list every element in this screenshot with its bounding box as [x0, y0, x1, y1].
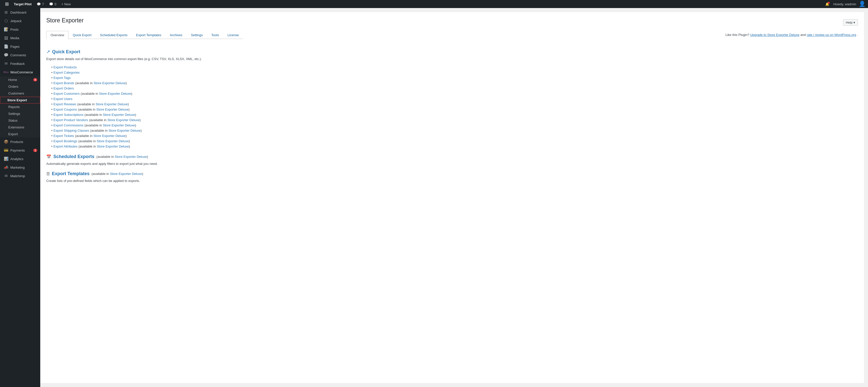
new-content-button[interactable]: + New [59, 0, 73, 8]
sidebar-item-jetpack[interactable]: ⬡ Jetpack [0, 16, 40, 25]
notification-bell[interactable]: 🔔 [825, 2, 829, 6]
sidebar-item-media[interactable]: 🖼 Media [0, 34, 40, 42]
export-commissions-link[interactable]: Export Commissions [54, 124, 84, 127]
sidebar-label-mailchimp: Mailchimp [10, 174, 25, 178]
templates-deluxe-link[interactable]: Store Exporter Deluxe [110, 172, 142, 176]
vendors-available-in: (available in Store Exporter Deluxe) [89, 118, 141, 122]
export-product-vendors-link[interactable]: Export Product Vendors [54, 118, 88, 122]
list-item: Export Reviews (available in Store Expor… [51, 102, 858, 107]
list-item: Export Products [51, 65, 858, 70]
site-name[interactable]: Target Pilot [11, 0, 34, 8]
export-templates-title[interactable]: Export Templates [52, 171, 90, 176]
commissions-available-in: (available in Store Exporter Deluxe) [85, 124, 136, 127]
list-item: Export Customers (available in Store Exp… [51, 91, 858, 96]
comments-count[interactable]: 💬 7 [34, 0, 46, 8]
export-brands-link[interactable]: Export Brands [54, 81, 74, 85]
export-categories-link[interactable]: Export Categories [54, 71, 80, 74]
tab-settings[interactable]: Settings [187, 31, 207, 39]
tab-scheduled-exports[interactable]: Scheduled Exports [96, 31, 132, 39]
admin-menu: ⊞ Dashboard ⬡ Jetpack 📝 Posts 🖼 Media 📄 … [0, 8, 40, 387]
export-subscriptions-link[interactable]: Export Subscriptions [54, 113, 84, 116]
export-coupons-link[interactable]: Export Coupons [54, 108, 77, 111]
sidebar-item-posts[interactable]: 📝 Posts [0, 25, 40, 34]
quick-export-title[interactable]: Quick Export [52, 49, 80, 55]
messages-count[interactable]: 💭 0 [46, 0, 59, 8]
list-item: Export Tickets (available in Store Expor… [51, 133, 858, 138]
sidebar-item-payments[interactable]: 💳 Payments 1 [0, 146, 40, 154]
analytics-icon: 📊 [4, 156, 8, 161]
templates-available-in: (available in Store Exporter Deluxe) [92, 172, 143, 176]
submenu-item-export[interactable]: Export [0, 131, 40, 137]
export-reviews-link[interactable]: Export Reviews [54, 102, 76, 106]
scheduled-deluxe-link[interactable]: Store Exporter Deluxe [115, 155, 147, 159]
submenu-item-store-export[interactable]: Store Export [0, 97, 40, 104]
submenu-label-extensions: Extensions [8, 126, 24, 129]
tab-tools[interactable]: Tools [207, 31, 223, 39]
submenu-item-home[interactable]: Home 6 [0, 76, 40, 83]
export-products-link[interactable]: Export Products [54, 65, 77, 69]
scheduled-exports-title[interactable]: Scheduled Exports [53, 154, 94, 159]
shipping-deluxe-link[interactable]: Store Exporter Deluxe [108, 129, 141, 133]
help-button[interactable]: Help ▾ [843, 20, 858, 26]
upgrade-link[interactable]: Upgrade to Store Exporter Deluxe [750, 33, 800, 37]
customers-deluxe-link[interactable]: Store Exporter Deluxe [99, 92, 131, 96]
sidebar-item-feedback[interactable]: ✉ Feedback [0, 59, 40, 68]
sidebar-item-analytics[interactable]: 📊 Analytics [0, 154, 40, 163]
attributes-deluxe-link[interactable]: Store Exporter Deluxe [97, 144, 129, 148]
sidebar-label-posts: Posts [10, 28, 19, 31]
notification-dot [828, 2, 830, 4]
export-users-link[interactable]: Export Users [54, 97, 72, 101]
list-item: Export Categories [51, 70, 858, 75]
submenu-item-reports[interactable]: Reports [0, 104, 40, 110]
submenu-item-settings[interactable]: Settings [0, 110, 40, 117]
tickets-available-in: (available in Store Exporter Deluxe) [75, 134, 127, 138]
export-tags-link[interactable]: Export Tags [54, 76, 71, 80]
attributes-available-in: (available in Store Exporter Deluxe) [79, 144, 130, 148]
submenu-item-status[interactable]: Status [0, 117, 40, 124]
export-bookings-link[interactable]: Export Bookings [54, 139, 78, 143]
page-header: Store Exporter Help ▾ [46, 17, 858, 28]
sidebar-item-comments[interactable]: 💬 Comments [0, 51, 40, 59]
commissions-deluxe-link[interactable]: Store Exporter Deluxe [103, 124, 135, 127]
customers-available-in: (available in Store Exporter Deluxe) [81, 92, 132, 96]
coupons-deluxe-link[interactable]: Store Exporter Deluxe [96, 108, 129, 111]
submenu-item-orders[interactable]: Orders [0, 83, 40, 90]
comment-icon: 💬 [37, 2, 41, 6]
reviews-deluxe-link[interactable]: Store Exporter Deluxe [96, 102, 128, 106]
tab-archives[interactable]: Archives [165, 31, 187, 39]
export-tickets-link[interactable]: Export Tickets [54, 134, 74, 138]
help-label: Help ▾ [846, 21, 855, 24]
submenu-item-extensions[interactable]: Extensions [0, 124, 40, 131]
tab-export-templates[interactable]: Export Templates [132, 31, 165, 39]
tickets-deluxe-link[interactable]: Store Exporter Deluxe [93, 134, 126, 138]
bookings-deluxe-link[interactable]: Store Exporter Deluxe [97, 139, 129, 143]
vendors-deluxe-link[interactable]: Store Exporter Deluxe [107, 118, 140, 122]
list-item: Export Orders [51, 86, 858, 91]
submenu-label-home: Home [8, 78, 17, 82]
sidebar-item-mailchimp[interactable]: ✉ Mailchimp [0, 172, 40, 180]
tab-overview[interactable]: Overview [46, 31, 68, 39]
brands-deluxe-link[interactable]: Store Exporter Deluxe [94, 81, 126, 85]
sidebar-item-woocommerce[interactable]: Woo WooCommerce [0, 68, 40, 76]
quick-export-icon: ↗ [46, 49, 50, 55]
export-orders-link[interactable]: Export Orders [54, 86, 74, 90]
list-item: Export Bookings (available in Store Expo… [51, 138, 858, 144]
sidebar-item-dashboard[interactable]: ⊞ Dashboard [0, 8, 40, 16]
list-item: Export Subscriptions (available in Store… [51, 112, 858, 117]
export-customers-link[interactable]: Export Customers [54, 92, 80, 96]
tab-license[interactable]: License [223, 31, 243, 39]
list-item: Export Users [51, 96, 858, 102]
export-templates-header: ☰ Export Templates (available in Store E… [46, 171, 858, 176]
submenu-label-status: Status [8, 118, 18, 122]
tab-quick-export[interactable]: Quick Export [68, 31, 96, 39]
submenu-item-customers[interactable]: Customers [0, 90, 40, 97]
export-attributes-link[interactable]: Export Attributes [54, 144, 78, 148]
sidebar-item-products[interactable]: 📦 Products [0, 137, 40, 146]
sidebar-item-pages[interactable]: 📄 Pages [0, 42, 40, 51]
subscriptions-deluxe-link[interactable]: Store Exporter Deluxe [103, 113, 135, 116]
sidebar-item-marketing[interactable]: 📣 Marketing [0, 163, 40, 172]
woocommerce-icon: Woo [4, 70, 8, 74]
rate-link[interactable]: rate / review us on WordPress.org [807, 33, 856, 37]
wp-logo[interactable]: ⊞ [2, 0, 11, 8]
export-shipping-classes-link[interactable]: Export Shipping Classes [54, 129, 89, 133]
